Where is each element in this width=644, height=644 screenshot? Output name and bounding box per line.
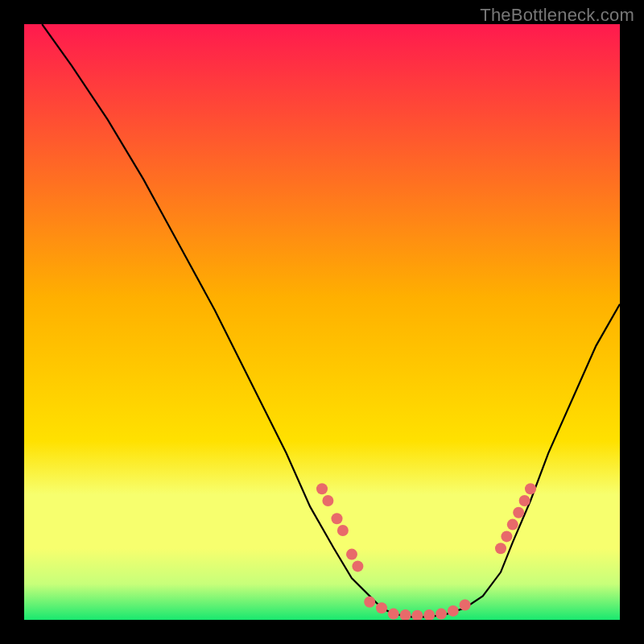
- data-point: [364, 597, 375, 608]
- data-point: [376, 602, 387, 613]
- data-point: [501, 530, 512, 542]
- data-point: [519, 495, 530, 506]
- data-point: [448, 605, 459, 617]
- data-point: [513, 507, 524, 518]
- data-point: [388, 609, 399, 620]
- data-point: [322, 495, 333, 506]
- data-point: [352, 560, 363, 572]
- data-point: [337, 525, 349, 536]
- data-point: [346, 549, 357, 560]
- data-point: [495, 543, 506, 554]
- data-point: [436, 609, 447, 620]
- watermark-text: TheBottleneck.com: [480, 5, 634, 26]
- data-point: [525, 483, 536, 494]
- gradient-background: [24, 24, 620, 620]
- chart-frame: [24, 24, 620, 620]
- data-point: [316, 483, 328, 494]
- data-point: [332, 513, 343, 524]
- data-point: [460, 600, 471, 611]
- chart-svg: [24, 24, 620, 620]
- data-point: [507, 519, 518, 530]
